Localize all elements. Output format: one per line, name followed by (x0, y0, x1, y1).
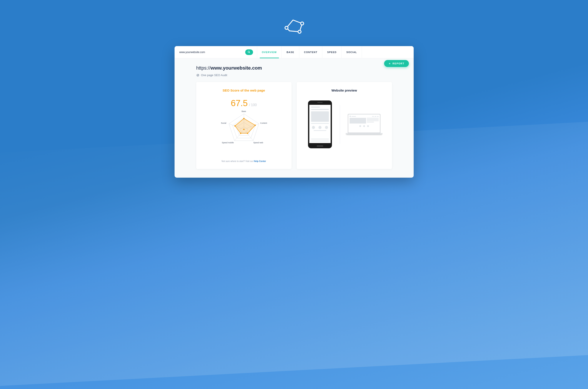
cards: SEO Score of the web page 67.5 / 100 (196, 82, 392, 169)
subtitle-row: One page SEO Audit (196, 73, 392, 77)
card-website-preview: Website preview (297, 82, 392, 169)
svg-point-20 (243, 118, 245, 119)
tab-social[interactable]: SOCIAL (341, 46, 362, 58)
radar-chart: Base Content Speed web Speed mobile Soci… (223, 110, 265, 145)
search-wrap (175, 46, 257, 58)
svg-point-1 (301, 22, 304, 25)
tab-label: SOCIAL (346, 51, 357, 54)
page-protocol: https:// (196, 65, 211, 71)
score-max: / 100 (249, 103, 257, 107)
help-text: Not sure where to start? Visit our (221, 160, 254, 162)
radar-label-content: Content (260, 122, 267, 124)
page-title: https://www.yourwebsite.com (196, 65, 392, 71)
tab-label: OVERVIEW (262, 51, 277, 54)
topbar: OVERVIEW BASE CONTENT SPEED SOCIAL (175, 46, 414, 58)
app-window: OVERVIEW BASE CONTENT SPEED SOCIAL REPOR… (175, 46, 414, 178)
radar-label-base: Base (242, 110, 246, 112)
search-input[interactable] (179, 51, 243, 54)
page-domain: www.yourwebsite.com (211, 65, 262, 71)
target-icon (196, 74, 199, 77)
svg-point-25 (243, 129, 245, 130)
card-seo-score: SEO Score of the web page 67.5 / 100 (196, 82, 291, 169)
tabs: OVERVIEW BASE CONTENT SPEED SOCIAL (257, 46, 362, 58)
preview-row (308, 100, 380, 148)
tab-label: BASE (286, 51, 294, 54)
help-row: Not sure where to start? Visit our Help … (221, 160, 266, 162)
tab-content[interactable]: CONTENT (299, 46, 323, 58)
svg-point-3 (248, 51, 250, 53)
svg-point-23 (240, 133, 241, 134)
svg-line-4 (249, 52, 250, 53)
divider (340, 105, 340, 144)
subtitle-text: One page SEO Audit (201, 73, 227, 77)
svg-marker-19 (235, 119, 255, 133)
search-icon (248, 51, 250, 54)
radar-label-social: Social (221, 122, 226, 124)
tab-overview[interactable]: OVERVIEW (257, 46, 282, 58)
svg-point-24 (234, 125, 236, 127)
content: https://www.yourwebsite.com One page SEO… (175, 58, 414, 178)
svg-point-22 (247, 133, 248, 134)
score-row: 67.5 / 100 (231, 98, 257, 108)
tab-speed[interactable]: SPEED (322, 46, 341, 58)
radar-label-speedmobile: Speed mobile (222, 142, 234, 144)
tab-label: SPEED (327, 51, 337, 54)
phone-mockup (308, 100, 332, 148)
tab-base[interactable]: BASE (282, 46, 299, 58)
help-center-link[interactable]: Help Center (254, 160, 266, 162)
laptop-mockup (348, 114, 380, 135)
radar-label-speedweb: Speed web (253, 142, 263, 144)
svg-point-2 (298, 30, 301, 33)
svg-point-21 (254, 125, 256, 126)
svg-point-0 (285, 26, 288, 29)
tab-label: CONTENT (304, 51, 318, 54)
card-title: SEO Score of the web page (223, 89, 265, 92)
score-value: 67.5 (231, 98, 248, 108)
card-title: Website preview (332, 89, 357, 92)
search-button[interactable] (245, 49, 253, 55)
app-logo (282, 17, 306, 35)
